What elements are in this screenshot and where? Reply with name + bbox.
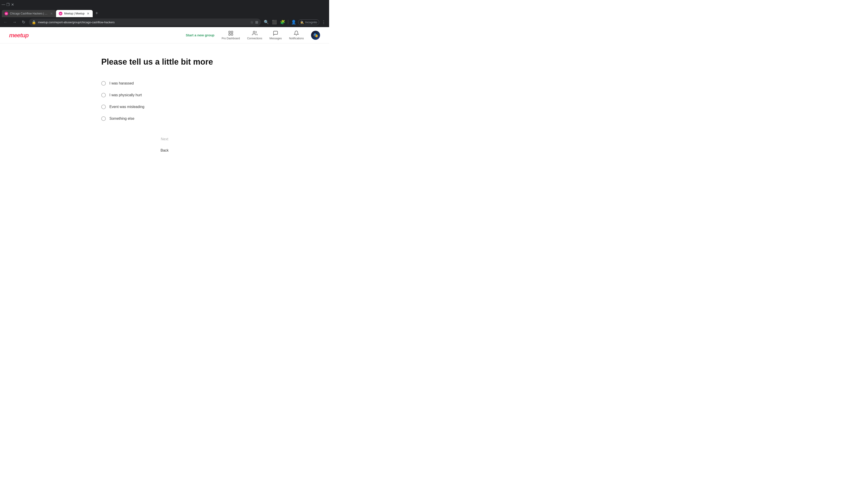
pro-dashboard-label: Pro Dashboard	[221, 37, 240, 40]
address-bar-row: ← → ↻ 🔒 meetup.com/report-abuse/group/ch…	[0, 17, 329, 27]
incognito-label: Incognito	[305, 21, 317, 24]
nav-right: Start a new group Pro Dashboard	[186, 31, 320, 40]
forward-nav-button[interactable]: →	[11, 19, 18, 26]
next-button[interactable]: Next	[156, 135, 174, 143]
connections-label: Connections	[247, 37, 262, 40]
window-controls: — ❐ ✕	[2, 3, 14, 6]
form-actions: Next Back	[101, 135, 228, 154]
pro-dashboard-nav[interactable]: Pro Dashboard	[221, 31, 240, 40]
start-group-link[interactable]: Start a new group	[186, 33, 215, 37]
address-bar-icons: ☆ ⊞	[250, 20, 258, 24]
maximize-button[interactable]: ❐	[6, 3, 9, 6]
svg-text:m: m	[60, 12, 62, 15]
svg-rect-5	[231, 31, 233, 33]
menu-button[interactable]: ⋮	[320, 19, 327, 26]
radio-something-else[interactable]	[101, 116, 106, 121]
profile-button[interactable]: 👤	[290, 19, 297, 26]
connections-icon	[252, 31, 257, 36]
extensions-button[interactable]: 🧩	[279, 19, 286, 26]
page-content: meetup Start a new group Pro Dashboard	[0, 27, 329, 488]
option-misleading-label: Event was misleading	[110, 105, 145, 109]
svg-text:m: m	[5, 12, 7, 15]
back-button[interactable]: Back	[155, 147, 174, 154]
browser-tab-2[interactable]: m Meetup | Meetup ✕	[56, 10, 93, 17]
site-nav: meetup Start a new group Pro Dashboard	[0, 27, 329, 43]
minimize-button[interactable]: —	[2, 3, 5, 6]
tab-close-1[interactable]: ✕	[50, 12, 53, 15]
lock-icon: 🔒	[32, 20, 36, 24]
option-something-else-label: Something else	[110, 117, 134, 121]
radio-options: I was harassed I was physically hurt Eve…	[101, 77, 228, 125]
radio-misleading[interactable]	[101, 105, 106, 109]
svg-rect-7	[231, 34, 233, 35]
extension-icon[interactable]: ⊞	[255, 20, 258, 24]
address-bar[interactable]: 🔒 meetup.com/report-abuse/group/chicago-…	[29, 19, 261, 26]
pro-dashboard-icon	[228, 31, 234, 36]
search-button[interactable]: 🔍	[263, 19, 270, 26]
notifications-nav[interactable]: Notifications	[289, 31, 304, 40]
url-text: meetup.com/report-abuse/group/chicago-ca…	[38, 21, 248, 24]
radio-harassed[interactable]	[101, 81, 106, 86]
radio-physically-hurt[interactable]	[101, 93, 106, 97]
user-avatar[interactable]: 🎭	[311, 31, 320, 40]
tab-favicon-1: m	[4, 12, 8, 15]
tab-favicon-2: m	[59, 12, 62, 15]
option-harassed[interactable]: I was harassed	[101, 77, 228, 89]
messages-nav[interactable]: Messages	[270, 31, 282, 40]
browser-chrome: — ❐ ✕ m Chicago Cashflow Hackers | Me...…	[0, 0, 329, 27]
close-button[interactable]: ✕	[11, 3, 14, 6]
option-physically-hurt[interactable]: I was physically hurt	[101, 89, 228, 101]
main-content: Please tell us a little bit more I was h…	[97, 43, 232, 168]
toolbar-right: 🔍 ⬛ 🧩 👤 🕵 Incognito ⋮	[263, 19, 327, 26]
tab-close-2[interactable]: ✕	[86, 12, 90, 15]
svg-rect-4	[229, 31, 230, 33]
incognito-badge[interactable]: 🕵 Incognito	[298, 20, 319, 25]
notifications-icon	[293, 31, 299, 36]
star-icon[interactable]: ☆	[250, 20, 253, 24]
connections-nav[interactable]: Connections	[247, 31, 262, 40]
back-nav-button[interactable]: ←	[2, 19, 9, 26]
browser-tab-1[interactable]: m Chicago Cashflow Hackers | Me... ✕	[2, 10, 56, 17]
notifications-label: Notifications	[289, 37, 304, 40]
messages-label: Messages	[270, 37, 282, 40]
title-bar: — ❐ ✕	[0, 0, 329, 9]
option-physically-hurt-label: I was physically hurt	[110, 93, 142, 97]
tab-title-1: Chicago Cashflow Hackers | Me...	[10, 12, 48, 15]
svg-point-8	[253, 31, 255, 33]
new-tab-button[interactable]: +	[94, 10, 100, 16]
svg-rect-6	[229, 34, 230, 35]
option-misleading[interactable]: Event was misleading	[101, 101, 228, 113]
refresh-button[interactable]: ↻	[20, 19, 27, 26]
bookmark-button[interactable]: ⬛	[271, 19, 278, 26]
meetup-logo[interactable]: meetup	[9, 32, 29, 39]
avatar-image: 🎭	[311, 31, 320, 40]
option-something-else[interactable]: Something else	[101, 113, 228, 125]
incognito-icon: 🕵	[300, 21, 304, 24]
tab-title-2: Meetup | Meetup	[64, 12, 85, 15]
option-harassed-label: I was harassed	[110, 81, 134, 86]
messages-icon	[273, 31, 278, 36]
tabs-bar: m Chicago Cashflow Hackers | Me... ✕ m M…	[0, 9, 329, 17]
page-heading: Please tell us a little bit more	[101, 57, 228, 67]
